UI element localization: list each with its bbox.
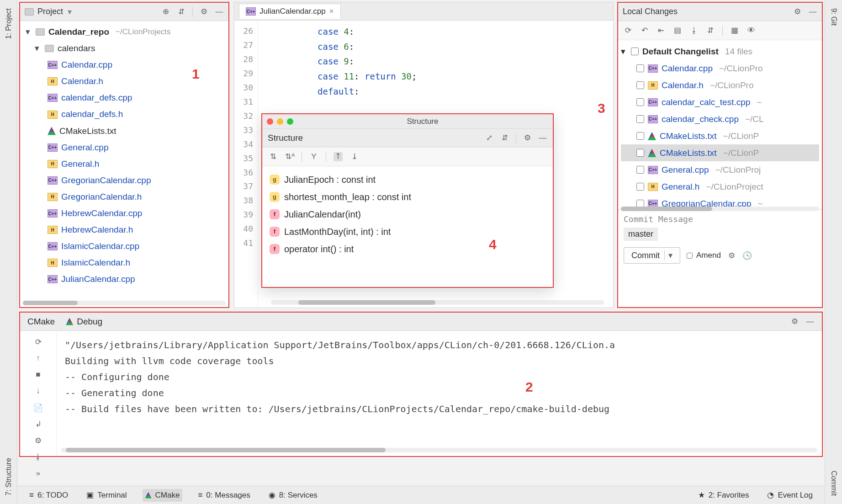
- change-file-row[interactable]: H Calendar.h~/CLionPro: [621, 77, 819, 94]
- project-file[interactable]: H HebrewCalendar.h: [22, 222, 227, 238]
- autoscroll-to-icon[interactable]: ⤒: [334, 152, 343, 161]
- commit-area: Commit Message master Commit▾ Amend ⚙ 🕓: [618, 209, 822, 268]
- hide-icon[interactable]: —: [215, 7, 224, 16]
- collapse-icon[interactable]: ⇵: [500, 133, 509, 143]
- sort-alpha-icon[interactable]: ⇅ᴬ: [285, 152, 294, 161]
- close-icon[interactable]: ×: [329, 7, 334, 16]
- project-folder[interactable]: ▾ calendars: [22, 40, 227, 57]
- history-icon[interactable]: 🕓: [743, 251, 752, 260]
- changes-tree[interactable]: ▾ Default Changelist 14 files C++ Calend…: [618, 40, 822, 209]
- zoom-dot-icon[interactable]: [287, 118, 293, 125]
- open-icon[interactable]: 📄: [34, 403, 43, 412]
- change-file-row[interactable]: C++ calendar_calc_test.cpp~: [621, 94, 819, 111]
- wrap-icon[interactable]: ↲: [34, 419, 43, 429]
- collapse-icon[interactable]: ⇵: [177, 7, 186, 16]
- changes-scrollbar[interactable]: [621, 207, 819, 211]
- terminal-button[interactable]: ▣ Terminal: [84, 488, 129, 502]
- project-file[interactable]: C++ IslamicCalendar.cpp: [22, 238, 227, 255]
- structure-item[interactable]: fLastMonthDay(int, int) : int: [270, 223, 545, 240]
- favorites-button[interactable]: ★ 2: Favorites: [695, 488, 752, 502]
- stop-icon[interactable]: ■: [34, 370, 43, 379]
- hide-icon[interactable]: —: [538, 133, 547, 143]
- commit-tool-button[interactable]: Commit: [829, 468, 839, 499]
- project-tool-button[interactable]: 1: Project: [4, 5, 14, 42]
- project-file[interactable]: C++ calendar_defs.cpp: [22, 90, 227, 106]
- project-file[interactable]: H calendar_defs.h: [22, 106, 227, 122]
- project-file[interactable]: C++ JulianCalendar.cpp: [22, 271, 227, 287]
- h-file-icon: H: [48, 160, 58, 168]
- cpp-file-icon: C++: [48, 61, 58, 69]
- shelve-icon[interactable]: ⭳: [689, 26, 699, 35]
- cmake-file-icon: [48, 127, 56, 135]
- structure-titlebar[interactable]: Structure: [262, 114, 553, 129]
- project-file[interactable]: C++ GregorianCalendar.cpp: [22, 172, 227, 189]
- commit-button[interactable]: Commit▾: [624, 247, 680, 264]
- project-panel-title[interactable]: Project: [37, 7, 72, 17]
- cmake-output[interactable]: "/Users/jetbrains/Library/Application Su…: [57, 331, 822, 456]
- changelist-icon[interactable]: ▤: [673, 26, 682, 35]
- more-icon[interactable]: »: [34, 469, 43, 478]
- structure-item[interactable]: gJulianEpoch : const int: [270, 171, 545, 188]
- preview-icon[interactable]: 👁: [747, 26, 756, 35]
- sort-icon[interactable]: ⇅: [269, 152, 278, 161]
- rollback-icon[interactable]: ↶: [640, 26, 649, 35]
- structure-panel-header: Structure ⤢ ⇵ ⚙ —: [262, 129, 553, 147]
- change-file-row[interactable]: H General.h~/CLionProject: [621, 178, 819, 195]
- minimize-dot-icon[interactable]: [277, 118, 283, 125]
- cmake-button[interactable]: CMake: [143, 489, 183, 502]
- refresh-icon[interactable]: ⟳: [624, 26, 633, 35]
- group-icon[interactable]: ⇵: [706, 26, 715, 35]
- filter-icon[interactable]: Y: [309, 152, 318, 161]
- horizontal-scrollbar[interactable]: [23, 301, 226, 305]
- gear-icon[interactable]: ⚙: [199, 7, 208, 16]
- messages-button[interactable]: ≡ 0: Messages: [195, 489, 253, 502]
- project-tree[interactable]: ▾ Calendar_repo~/CLionProjects▾ calendar…: [20, 21, 228, 302]
- project-file[interactable]: C++ HebrewCalendar.cpp: [22, 205, 227, 222]
- git-tool-button[interactable]: 9: Git: [829, 5, 839, 28]
- hide-icon[interactable]: —: [805, 317, 815, 326]
- structure-item[interactable]: fJulianCalendar(int): [270, 206, 545, 223]
- change-file-row[interactable]: CMakeLists.txt~/CLionP: [621, 144, 819, 161]
- project-file[interactable]: H General.h: [22, 156, 227, 172]
- changelist-row[interactable]: ▾ Default Changelist 14 files: [621, 43, 819, 60]
- structure-item[interactable]: gshortest_month_leap : const int: [270, 188, 545, 206]
- services-button[interactable]: ◉ 8: Services: [266, 488, 320, 502]
- structure-list[interactable]: gJulianEpoch : const intgshortest_month_…: [262, 166, 553, 262]
- project-file[interactable]: H GregorianCalendar.h: [22, 189, 227, 205]
- export-icon[interactable]: ⭳: [34, 452, 43, 462]
- change-file-row[interactable]: C++ General.cpp~/CLionProj: [621, 161, 819, 178]
- reload-icon[interactable]: ⟳: [34, 337, 43, 346]
- project-file[interactable]: H IslamicCalendar.h: [22, 255, 227, 271]
- locate-icon[interactable]: ⊕: [161, 7, 170, 16]
- gear-icon[interactable]: ⚙: [523, 133, 532, 143]
- view-icon[interactable]: ▦: [730, 26, 739, 35]
- editor-tab[interactable]: C++ JulianCalendar.cpp ×: [239, 4, 341, 19]
- close-dot-icon[interactable]: [267, 118, 273, 125]
- debug-tab[interactable]: Debug: [66, 317, 102, 327]
- h-file-icon: H: [48, 77, 58, 85]
- gear-icon[interactable]: ⚙: [727, 251, 736, 260]
- change-file-row[interactable]: C++ Calendar.cpp~/CLionPro: [621, 60, 819, 77]
- project-root[interactable]: ▾ Calendar_repo~/CLionProjects: [22, 24, 227, 40]
- changes-title: Local Changes: [623, 7, 678, 16]
- amend-checkbox[interactable]: Amend: [687, 251, 721, 260]
- up-icon[interactable]: ↑: [34, 354, 43, 363]
- autoscroll-from-icon[interactable]: ⤓: [350, 152, 359, 161]
- expand-icon[interactable]: ⤢: [485, 133, 494, 143]
- structure-tool-button[interactable]: 7: Structure: [4, 455, 14, 499]
- change-file-row[interactable]: CMakeLists.txt~/CLionP: [621, 127, 819, 144]
- change-file-row[interactable]: C++ calendar_check.cpp~/CL: [621, 111, 819, 127]
- gear-icon[interactable]: ⚙: [793, 7, 802, 16]
- gear-icon[interactable]: ⚙: [34, 436, 43, 445]
- structure-item[interactable]: foperator int() : int: [270, 240, 545, 258]
- gear-icon[interactable]: ⚙: [790, 317, 799, 326]
- event-log-button[interactable]: ◔ Event Log: [764, 488, 816, 502]
- hide-icon[interactable]: —: [808, 7, 817, 16]
- cmake-tab[interactable]: CMake: [27, 317, 55, 327]
- editor-scrollbar[interactable]: [271, 300, 604, 305]
- diff-icon[interactable]: ⇤: [657, 26, 666, 35]
- down-icon[interactable]: ↓: [34, 387, 43, 396]
- project-file[interactable]: CMakeLists.txt: [22, 123, 227, 139]
- todo-button[interactable]: ≡ 6: TODO: [26, 489, 71, 502]
- project-file[interactable]: C++ General.cpp: [22, 139, 227, 156]
